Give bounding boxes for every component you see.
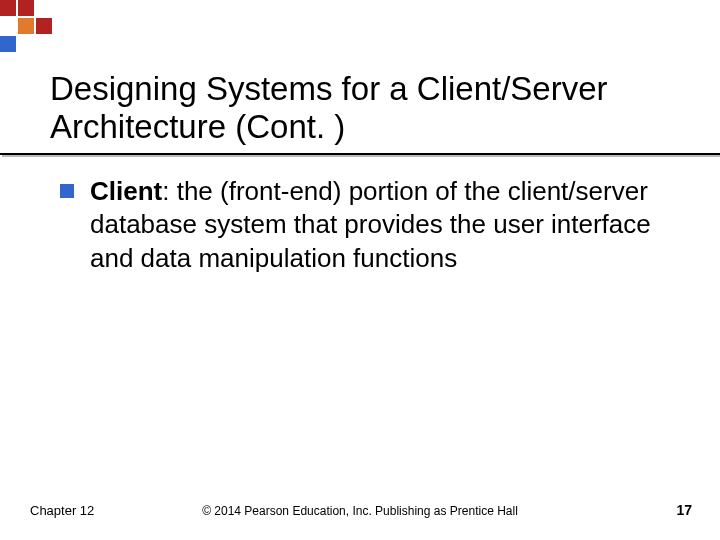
slide-title: Designing Systems for a Client/Server Ar… [50,70,680,146]
bullet-definition: : the (front-end) portion of the client/… [90,176,651,273]
page-number: 17 [676,502,692,518]
slide-body: Client: the (front-end) portion of the c… [60,175,660,275]
logo-block [18,0,34,16]
bullet-term: Client [90,176,162,206]
bullet-item: Client: the (front-end) portion of the c… [60,175,660,275]
logo-block [18,18,34,34]
bullet-text: Client: the (front-end) portion of the c… [90,175,660,275]
footer-copyright: © 2014 Pearson Education, Inc. Publishin… [0,504,720,518]
square-bullet-icon [60,184,74,198]
logo-block [0,0,16,16]
title-underline-shadow [2,155,720,157]
logo-block [36,18,52,34]
logo-block [0,36,16,52]
